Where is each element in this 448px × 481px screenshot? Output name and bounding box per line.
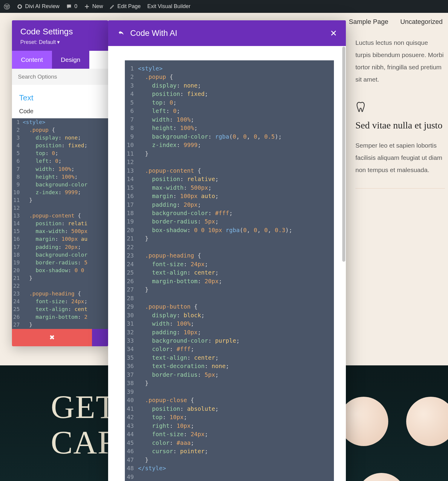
code-with-ai-panel: Code With AI ✕ 1<style>2 .popup {3 displ…: [108, 20, 346, 481]
footer-accent: [92, 329, 108, 346]
new-link[interactable]: New: [84, 3, 103, 10]
panel-title: Code Settings: [20, 27, 100, 36]
page-right-column: Luctus lectus non quisque turpis bibendu…: [352, 37, 448, 203]
back-arrow-icon[interactable]: [117, 29, 125, 38]
decorative-circle: [339, 397, 388, 446]
scrollbar[interactable]: [342, 47, 346, 481]
field-label-code: Code: [19, 108, 101, 117]
wp-logo[interactable]: [4, 3, 10, 10]
blurb-text: Semper leo et sapien lobortis facilisis …: [355, 140, 445, 176]
close-button[interactable]: ✕: [330, 28, 337, 38]
code-editor-small[interactable]: 1<style>2 .popup {3 display: none;4 posi…: [12, 118, 108, 329]
panel-header[interactable]: Code Settings Preset: Default ▾: [12, 20, 108, 51]
ai-panel-title: Code With AI: [130, 29, 177, 38]
panel-footer: ✖: [12, 329, 108, 346]
cancel-button[interactable]: ✖: [12, 329, 92, 346]
code-editor-big[interactable]: 1<style>2 .popup {3 display: none;4 posi…: [125, 60, 334, 481]
ai-panel-header[interactable]: Code With AI ✕: [108, 20, 346, 46]
exit-vb-link[interactable]: Exit Visual Builder: [147, 3, 191, 10]
chevron-down-icon: ▾: [57, 39, 60, 45]
section-text[interactable]: Text: [19, 88, 101, 108]
comments-count: 0: [74, 3, 77, 10]
comments-link[interactable]: 0: [66, 3, 77, 10]
tab-design[interactable]: Design: [52, 51, 89, 69]
edit-page-link[interactable]: Edit Page: [110, 3, 141, 10]
tooth-icon: [355, 101, 368, 113]
nav-sample-page[interactable]: Sample Page: [349, 18, 388, 26]
nav-uncategorized[interactable]: Uncategorized: [400, 18, 443, 26]
search-options-input[interactable]: [12, 69, 108, 85]
site-title[interactable]: Divi AI Review: [17, 3, 59, 10]
close-icon: ✖: [49, 334, 55, 341]
blurb-text: Luctus lectus non quisque turpis bibendu…: [355, 37, 445, 86]
scrollbar-thumb[interactable]: [342, 47, 345, 262]
settings-tabs: Content Design: [12, 51, 108, 69]
tab-content[interactable]: Content: [12, 51, 52, 69]
blurb-title: Sed vitae nulla et justo: [355, 119, 445, 131]
svg-point-2: [19, 5, 21, 7]
code-settings-panel: Code Settings Preset: Default ▾ Content …: [12, 20, 108, 346]
divider: [355, 188, 445, 189]
preset-selector[interactable]: Preset: Default ▾: [20, 39, 100, 45]
wp-admin-bar: Divi AI Review 0 New Edit Page Exit Visu…: [0, 0, 448, 13]
